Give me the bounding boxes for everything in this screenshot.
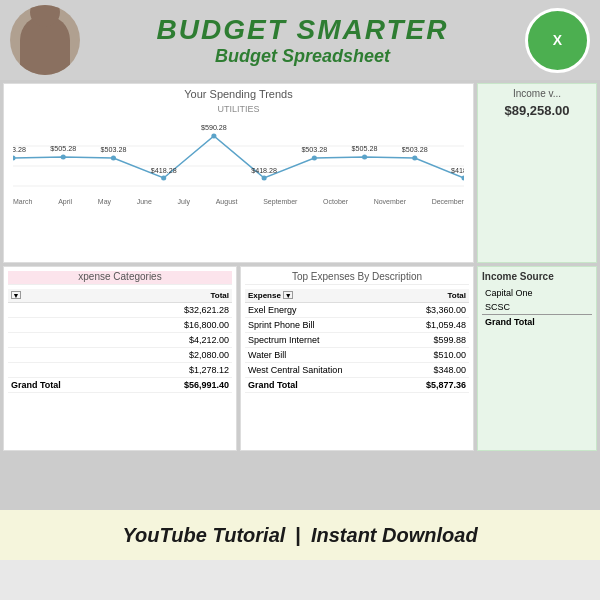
table-row: $1,278.12 [8, 363, 232, 378]
expense-cat-col-name: ▼ [8, 289, 125, 303]
top-banner: BUDGET SMARTER Budget Spreadsheet X [0, 0, 600, 80]
month-april: April [58, 198, 72, 205]
svg-point-10 [362, 155, 367, 160]
income-panel-title: Income v... [482, 88, 592, 99]
month-may: May [98, 198, 111, 205]
month-labels: March April May June July August Septemb… [8, 196, 469, 205]
table-row: West Central Sanitation $348.00 [245, 363, 469, 378]
month-december: December [432, 198, 464, 205]
table-row: SCSC [482, 300, 592, 315]
table-row: Spectrum Internet $599.88 [245, 333, 469, 348]
grand-total-row: Grand Total $5,877.36 [245, 378, 469, 393]
month-october: October [323, 198, 348, 205]
svg-point-11 [412, 156, 417, 161]
table-row: Exel Energy $3,360.00 [245, 303, 469, 318]
table-row: Water Bill $510.00 [245, 348, 469, 363]
svg-point-4 [61, 155, 66, 160]
income-grand-total-row: Grand Total [482, 315, 592, 330]
top-expenses-panel: Top Expenses By Description Expense ▼ To… [240, 266, 474, 451]
table-row: $4,212.00 [8, 333, 232, 348]
chart-area: $503.28 $505.28 $503.28 $418.28 $590.28 … [13, 116, 464, 196]
svg-point-8 [262, 176, 267, 181]
income-source-table: Capital One SCSC Grand Total [482, 286, 592, 329]
income-panel-value: $89,258.00 [482, 103, 592, 118]
microsoft-logo: X [525, 8, 590, 73]
filter-icon-2[interactable]: ▼ [283, 291, 293, 299]
expense-cat-col-total: Total [125, 289, 232, 303]
spending-trends-title: Your Spending Trends [8, 88, 469, 100]
income-source-title: Income Source [482, 271, 592, 282]
main-title: BUDGET SMARTER [80, 14, 525, 46]
footer-banner: YouTube Tutorial | Instant Download [0, 510, 600, 560]
top-expenses-table: Expense ▼ Total Exel Energy $3,360.00 Sp… [245, 289, 469, 393]
person-silhouette [20, 15, 70, 75]
svg-text:$503.28: $503.28 [13, 146, 26, 154]
banner-title: BUDGET SMARTER Budget Spreadsheet [80, 14, 525, 67]
svg-point-6 [161, 176, 166, 181]
bottom-section: xpense Categories ▼ Total $32,621.28 [3, 266, 474, 451]
svg-text:$503.28: $503.28 [100, 146, 126, 154]
svg-point-5 [111, 156, 116, 161]
svg-text:$505.28: $505.28 [352, 145, 378, 153]
footer-divider: | [295, 524, 301, 547]
expense-categories-table: ▼ Total $32,621.28 $16,800.00 [8, 289, 232, 393]
month-june: June [137, 198, 152, 205]
grand-total-row: Grand Total $56,991.40 [8, 378, 232, 393]
main-content: Your Spending Trends UTILITIES [0, 80, 600, 510]
trend-chart-svg: $503.28 $505.28 $503.28 $418.28 $590.28 … [13, 116, 464, 196]
svg-text:$418.28: $418.28 [451, 167, 464, 175]
month-august: August [216, 198, 238, 205]
table-row: Capital One [482, 286, 592, 300]
month-november: November [374, 198, 406, 205]
sub-title: Budget Spreadsheet [80, 46, 525, 67]
footer-download-text: Instant Download [311, 524, 478, 547]
month-july: July [178, 198, 190, 205]
income-panel: Income v... $89,258.00 [477, 83, 597, 263]
svg-text:$418.28: $418.28 [251, 167, 277, 175]
svg-text:$503.28: $503.28 [402, 146, 428, 154]
svg-text:$505.28: $505.28 [50, 145, 76, 153]
expense-categories-title: xpense Categories [8, 271, 232, 285]
month-march: March [13, 198, 32, 205]
table-row: $2,080.00 [8, 348, 232, 363]
svg-point-12 [461, 176, 464, 181]
spending-trends-panel: Your Spending Trends UTILITIES [3, 83, 474, 263]
footer-youtube-text: YouTube Tutorial [122, 524, 285, 547]
svg-point-9 [312, 156, 317, 161]
month-september: September [263, 198, 297, 205]
table-row: $32,621.28 [8, 303, 232, 318]
svg-text:$590.28: $590.28 [201, 124, 227, 132]
table-row: $16,800.00 [8, 318, 232, 333]
svg-point-3 [13, 156, 16, 161]
svg-text:$503.28: $503.28 [301, 146, 327, 154]
top-expenses-title: Top Expenses By Description [245, 271, 469, 285]
expense-categories-panel: xpense Categories ▼ Total $32,621.28 [3, 266, 237, 451]
table-row: Sprint Phone Bill $1,059.48 [245, 318, 469, 333]
income-source-panel: Income Source Capital One SCSC Grand Tot… [477, 266, 597, 451]
svg-text:$418.28: $418.28 [151, 167, 177, 175]
filter-icon[interactable]: ▼ [11, 291, 21, 299]
chart-utilities-label: UTILITIES [8, 104, 469, 114]
svg-point-7 [211, 134, 216, 139]
expense-col-total: Total [399, 289, 469, 303]
expense-col-name: Expense ▼ [245, 289, 399, 303]
avatar-left [10, 5, 80, 75]
